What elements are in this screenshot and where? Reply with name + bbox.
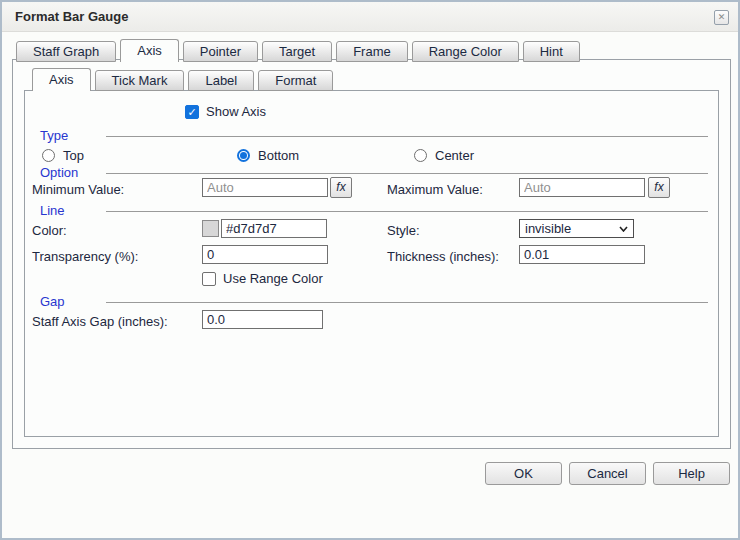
ok-button[interactable]: OK: [485, 462, 562, 485]
section-divider: [106, 302, 708, 303]
help-button[interactable]: Help: [653, 462, 730, 485]
gap-section-label: Gap: [40, 294, 106, 309]
thickness-input[interactable]: [519, 245, 645, 264]
maximum-value-fx-button[interactable]: fx: [648, 177, 670, 198]
tab-range-color[interactable]: Range Color: [412, 41, 519, 62]
radio-center-label: Center: [435, 148, 474, 163]
radio-top-label: Top: [63, 148, 84, 163]
format-bar-gauge-dialog: Format Bar Gauge ✕ Staff Graph Axis Poin…: [0, 0, 740, 540]
minimum-value-fx-button[interactable]: fx: [330, 177, 352, 198]
type-option-bottom[interactable]: Bottom: [237, 148, 299, 163]
staff-axis-gap-input[interactable]: [202, 310, 323, 329]
dialog-titlebar: Format Bar Gauge ✕: [2, 2, 738, 32]
show-axis-checkbox[interactable]: ✓: [185, 105, 199, 119]
section-divider: [106, 136, 708, 137]
section-divider: [106, 211, 708, 212]
tab-pointer[interactable]: Pointer: [183, 41, 258, 62]
subtab-axis[interactable]: Axis: [32, 68, 91, 91]
show-axis-label: Show Axis: [206, 104, 266, 119]
transparency-label: Transparency (%):: [32, 249, 138, 264]
transparency-input[interactable]: [202, 245, 328, 264]
type-section-header: Type: [40, 128, 708, 143]
option-section-label: Option: [40, 165, 106, 180]
type-section-label: Type: [40, 128, 106, 143]
use-range-color-checkbox[interactable]: [202, 272, 216, 286]
radio-bottom[interactable]: [237, 149, 250, 162]
type-option-center[interactable]: Center: [414, 148, 474, 163]
tab-axis[interactable]: Axis: [120, 39, 179, 62]
thickness-label: Thickness (inches):: [387, 249, 499, 264]
subtab-label[interactable]: Label: [188, 70, 254, 91]
color-label: Color:: [32, 223, 67, 238]
subtab-format[interactable]: Format: [258, 70, 333, 91]
minimum-value-input[interactable]: [202, 178, 328, 197]
minimum-value-label: Minimum Value:: [32, 182, 124, 197]
cancel-button[interactable]: Cancel: [569, 462, 646, 485]
use-range-color-label: Use Range Color: [223, 271, 323, 286]
section-divider: [106, 173, 708, 174]
maximum-value-input[interactable]: [519, 178, 645, 197]
radio-bottom-label: Bottom: [258, 148, 299, 163]
tab-target[interactable]: Target: [262, 41, 332, 62]
line-section-label: Line: [40, 203, 106, 218]
tab-frame[interactable]: Frame: [336, 41, 408, 62]
tab-staff-graph[interactable]: Staff Graph: [16, 41, 116, 62]
chevron-down-icon: [619, 226, 628, 232]
style-label: Style:: [387, 223, 420, 238]
subtab-tick-mark[interactable]: Tick Mark: [95, 70, 185, 91]
tab-hint[interactable]: Hint: [523, 41, 580, 62]
radio-center[interactable]: [414, 149, 427, 162]
main-tab-bar: Staff Graph Axis Pointer Target Frame Ra…: [16, 39, 580, 62]
style-select-value: invisible: [525, 221, 571, 236]
close-icon[interactable]: ✕: [714, 10, 729, 25]
line-section-header: Line: [40, 203, 708, 218]
color-value-input[interactable]: [221, 219, 327, 238]
use-range-color-row: Use Range Color: [202, 271, 323, 286]
show-axis-row: ✓ Show Axis: [185, 104, 266, 119]
radio-top[interactable]: [42, 149, 55, 162]
staff-axis-gap-label: Staff Axis Gap (inches):: [32, 314, 168, 329]
style-select[interactable]: invisible: [519, 219, 634, 238]
color-swatch[interactable]: [202, 220, 219, 237]
maximum-value-label: Maximum Value:: [387, 182, 483, 197]
type-option-top[interactable]: Top: [42, 148, 84, 163]
gap-section-header: Gap: [40, 294, 708, 309]
sub-tab-bar: Axis Tick Mark Label Format: [32, 68, 333, 91]
dialog-title: Format Bar Gauge: [15, 2, 128, 32]
